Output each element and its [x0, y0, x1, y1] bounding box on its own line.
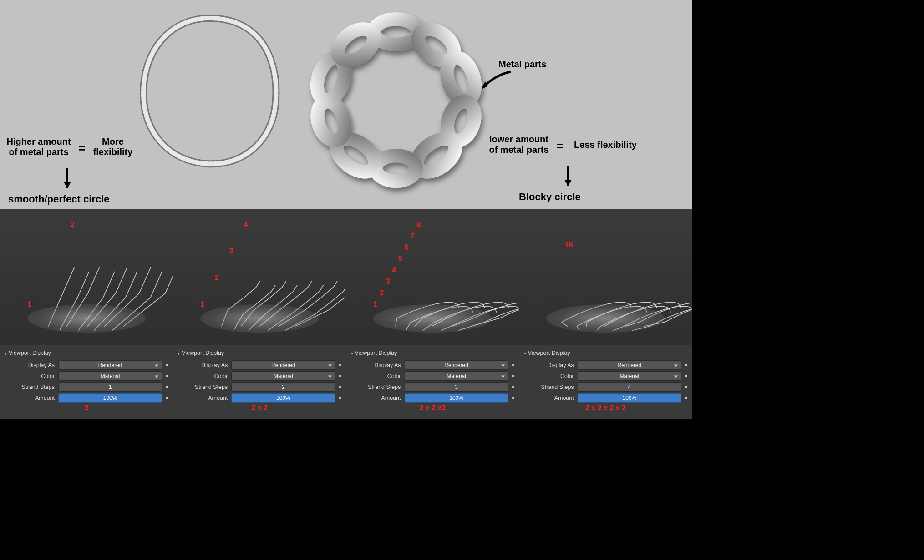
right-amount-label: lower amountof metal parts — [482, 134, 555, 155]
drag-dots-icon: ⋮⋮⋮ — [152, 351, 168, 356]
strand-steps-label: Strand Steps — [351, 384, 401, 390]
keyframe-dot-icon[interactable] — [512, 375, 514, 377]
display-as-label: Display As — [351, 362, 401, 368]
keyframe-dot-icon[interactable] — [685, 397, 687, 399]
properties-panel: ▾ Viewport Display ⋮⋮⋮ Display As Render… — [0, 345, 173, 419]
chevron-down-icon: ▾ — [524, 351, 526, 356]
color-label: Color — [524, 373, 574, 379]
keyframe-dot-icon[interactable] — [685, 386, 687, 388]
keyframe-dot-icon[interactable] — [512, 364, 514, 366]
svg-point-0 — [374, 19, 418, 45]
keyframe-dot-icon[interactable] — [512, 397, 514, 399]
keyframe-dot-icon[interactable] — [166, 386, 168, 388]
segment-number: 3 — [229, 247, 234, 255]
ground-plane — [27, 304, 146, 333]
thick-chain-illustration — [300, 5, 492, 196]
color-label: Color — [5, 373, 55, 379]
amount-input[interactable]: 100% — [578, 393, 681, 403]
keyframe-dot-icon[interactable] — [339, 375, 341, 377]
segment-number: 2 — [71, 221, 75, 229]
chevron-down-icon: ▾ — [5, 351, 7, 356]
display-as-select[interactable]: Rendered — [58, 360, 162, 370]
segment-number: 2 — [215, 274, 219, 282]
segment-number: 4 — [244, 221, 248, 229]
keyframe-dot-icon[interactable] — [685, 364, 687, 366]
keyframe-dot-icon[interactable] — [339, 397, 341, 399]
chevron-down-icon: ▾ — [178, 351, 180, 356]
panel-header[interactable]: ▾ Viewport Display ⋮⋮⋮ — [351, 348, 514, 359]
segment-number: 7 — [411, 232, 415, 240]
segment-number: 4 — [392, 266, 396, 274]
keyframe-dot-icon[interactable] — [512, 386, 514, 388]
chevron-down-icon: ▾ — [351, 351, 353, 356]
down-arrow-icon — [64, 182, 71, 188]
display-as-select[interactable]: Rendered — [231, 360, 335, 370]
left-flex-label: More flexibility — [90, 136, 136, 157]
color-select[interactable]: Material — [578, 371, 681, 381]
strand-steps-label: Strand Steps — [178, 384, 228, 390]
strand-steps-input[interactable]: 3 — [405, 382, 508, 392]
amount-input[interactable]: 100% — [405, 393, 508, 403]
drag-dots-icon: ⋮⋮⋮ — [325, 351, 341, 356]
color-select[interactable]: Material — [58, 371, 162, 381]
metal-parts-label: Metal parts — [498, 59, 547, 70]
panel: 12345678 ▾ Viewport Display ⋮⋮⋮ Display … — [346, 209, 519, 419]
panel-title: Viewport Display — [355, 350, 397, 356]
drag-dots-icon: ⋮⋮⋮ — [671, 351, 687, 356]
blender-panels: 12 ▾ Viewport Display ⋮⋮⋮ Display As Ren… — [0, 209, 692, 419]
keyframe-dot-icon[interactable] — [166, 397, 168, 399]
display-as-label: Display As — [524, 362, 574, 368]
color-select[interactable]: Material — [231, 371, 335, 381]
keyframe-dot-icon[interactable] — [166, 375, 168, 377]
ground-plane — [546, 304, 665, 333]
left-result-label: smooth/perfect circle — [8, 193, 110, 205]
color-label: Color — [351, 373, 401, 379]
fine-chain-illustration — [132, 9, 287, 168]
viewport[interactable]: 1234 — [173, 209, 345, 345]
strand-steps-input[interactable]: 4 — [578, 382, 681, 392]
segment-number: 1 — [374, 300, 378, 308]
display-as-select[interactable]: Rendered — [405, 360, 508, 370]
display-as-select[interactable]: Rendered — [578, 360, 681, 370]
amount-input[interactable]: 100% — [58, 393, 162, 403]
panel: 16 ▾ Viewport Display ⋮⋮⋮ Display As Ren… — [519, 209, 692, 419]
properties-panel: ▾ Viewport Display ⋮⋮⋮ Display As Render… — [173, 345, 345, 419]
amount-label: Amount — [5, 395, 55, 401]
keyframe-dot-icon[interactable] — [339, 386, 341, 388]
segment-number: 2 — [380, 289, 384, 297]
color-select[interactable]: Material — [405, 371, 508, 381]
keyframe-dot-icon[interactable] — [339, 364, 341, 366]
amount-label: Amount — [524, 395, 574, 401]
down-arrow-icon — [564, 180, 572, 186]
right-result-label: Blocky circle — [519, 191, 581, 202]
viewport[interactable]: 12345678 — [346, 209, 519, 345]
equals-sign: = — [78, 142, 85, 156]
formula-label: 2 x 2 x2 — [351, 404, 514, 412]
equals-sign: = — [556, 140, 563, 153]
viewport[interactable]: 16 — [519, 209, 692, 345]
panel: 1234 ▾ Viewport Display ⋮⋮⋮ Display As R… — [173, 209, 345, 419]
segment-count-label: 16 — [565, 241, 573, 249]
strand-steps-input[interactable]: 1 — [58, 382, 162, 392]
panel-header[interactable]: ▾ Viewport Display ⋮⋮⋮ — [5, 348, 168, 359]
amount-label: Amount — [178, 395, 228, 401]
color-label: Color — [178, 373, 228, 379]
keyframe-dot-icon[interactable] — [685, 375, 687, 377]
viewport[interactable]: 12 — [0, 209, 173, 345]
panel-title: Viewport Display — [9, 350, 51, 356]
segment-number: 8 — [417, 221, 421, 229]
keyframe-dot-icon[interactable] — [166, 364, 168, 366]
panel-title: Viewport Display — [528, 350, 570, 356]
panel-header[interactable]: ▾ Viewport Display ⋮⋮⋮ — [524, 348, 687, 359]
panel-header[interactable]: ▾ Viewport Display ⋮⋮⋮ — [178, 348, 341, 359]
svg-point-5 — [376, 156, 416, 181]
segment-number: 1 — [27, 300, 31, 308]
amount-input[interactable]: 100% — [231, 393, 335, 403]
concept-diagram: Higher amountof metal parts = More flexi… — [0, 0, 692, 209]
svg-point-9 — [332, 23, 380, 67]
strand-steps-label: Strand Steps — [5, 384, 55, 390]
display-as-label: Display As — [178, 362, 228, 368]
properties-panel: ▾ Viewport Display ⋮⋮⋮ Display As Render… — [346, 345, 519, 419]
strand-steps-input[interactable]: 2 — [231, 382, 335, 392]
formula-label: 2 — [5, 404, 168, 412]
